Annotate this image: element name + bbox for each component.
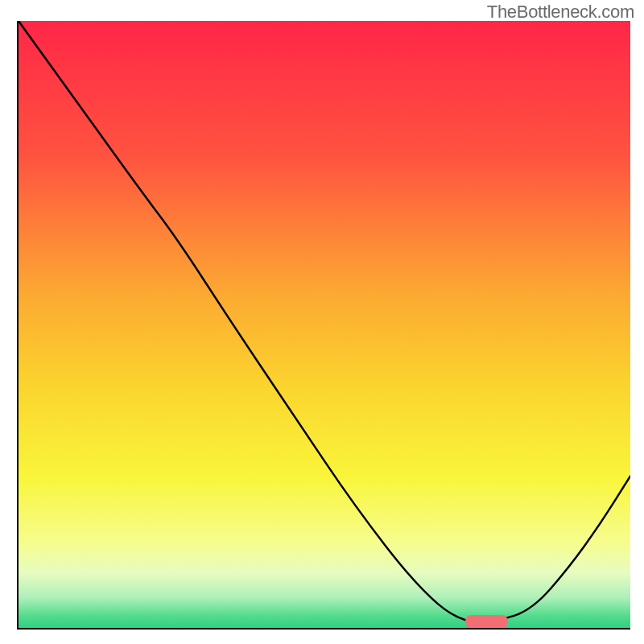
chart-frame: TheBottleneck.com (0, 0, 644, 644)
optimal-range-marker (465, 615, 508, 628)
plot-area (17, 21, 630, 630)
gradient-background (19, 21, 630, 628)
svg-rect-0 (19, 21, 630, 628)
watermark-text: TheBottleneck.com (487, 2, 634, 23)
